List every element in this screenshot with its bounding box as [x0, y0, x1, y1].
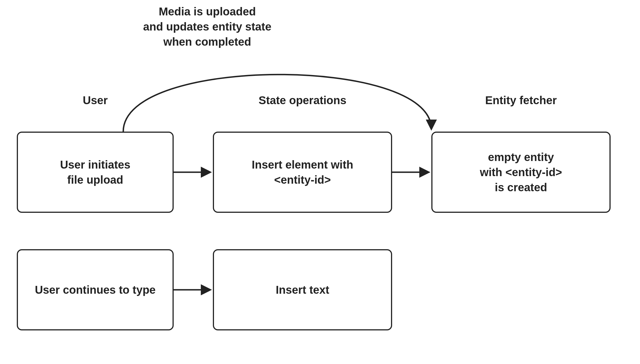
box-empty-entity-line2: with <entity-id>: [480, 166, 562, 178]
diagram-canvas: Media is uploaded and updates entity sta…: [0, 0, 640, 364]
box-empty-entity-line1: empty entity: [488, 151, 554, 163]
box-insert-element: Insert element with <entity-id>: [213, 132, 392, 213]
column-header-user: User: [17, 94, 174, 107]
box-empty-entity-line3: is created: [495, 181, 547, 193]
column-header-entity: Entity fetcher: [431, 94, 611, 107]
box-user-initiate-line1: User initiates: [60, 158, 130, 171]
box-user-type: User continues to type: [17, 249, 174, 330]
box-insert-text-text: Insert text: [276, 282, 329, 297]
arc-label-line2: and updates entity state: [143, 20, 271, 33]
arc-label-line1: Media is uploaded: [159, 5, 256, 18]
box-user-type-text: User continues to type: [35, 282, 155, 297]
box-user-initiate: User initiates file upload: [17, 132, 174, 213]
box-empty-entity: empty entity with <entity-id> is created: [431, 132, 611, 213]
arc-label: Media is uploaded and updates entity sta…: [0, 4, 415, 49]
box-insert-element-line1: Insert element with: [252, 158, 353, 171]
box-insert-element-line2: <entity-id>: [274, 174, 331, 186]
box-insert-text: Insert text: [213, 249, 392, 330]
arc-label-line3: when completed: [163, 36, 251, 48]
box-user-initiate-line2: file upload: [67, 174, 123, 186]
column-header-state: State operations: [213, 94, 392, 107]
